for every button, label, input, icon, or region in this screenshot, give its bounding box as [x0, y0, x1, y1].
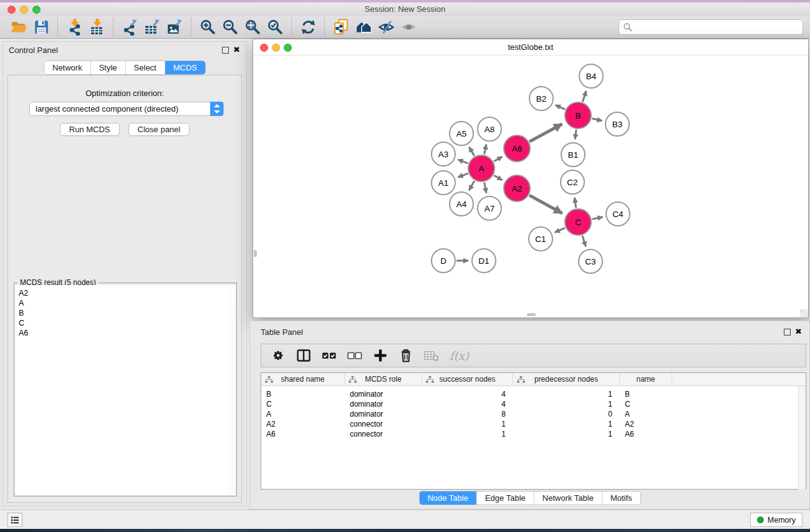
edge-C-C1[interactable]	[555, 228, 565, 232]
node-A7[interactable]: A7	[478, 196, 501, 220]
edge-B-B1[interactable]	[575, 130, 576, 139]
node-D1[interactable]: D1	[472, 249, 496, 273]
table-cell[interactable]: 0	[513, 409, 612, 419]
tab-select[interactable]: Select	[125, 61, 165, 74]
node-C1[interactable]: C1	[529, 227, 552, 251]
column-header-MCDS-role[interactable]: MCDS role	[345, 373, 422, 386]
table-cell[interactable]: 4	[422, 389, 506, 399]
network-minimize-button[interactable]	[272, 44, 280, 52]
network-canvas[interactable]: AA1A2A3A4A5A6A7A8BB1B2B3B4CC1C2C3C4DD1	[253, 56, 808, 317]
table-cell[interactable]: 1	[422, 419, 506, 429]
mcds-result-scrollbar[interactable]	[229, 285, 236, 495]
network-horizontal-scrollbar[interactable]	[527, 313, 536, 316]
zoom-window-button[interactable]	[32, 6, 41, 14]
select-none-icon[interactable]	[346, 347, 364, 364]
save-session-icon[interactable]	[32, 18, 51, 37]
node-A2[interactable]: A2	[504, 175, 530, 201]
table-cell[interactable]: 1	[422, 429, 506, 439]
table-cell[interactable]: A	[625, 409, 630, 419]
edge-A-A5[interactable]	[469, 147, 474, 156]
table-cell[interactable]: 1	[513, 419, 612, 429]
table-cell[interactable]: C	[625, 399, 630, 409]
table-cell[interactable]: 1	[513, 389, 612, 399]
memory-button[interactable]: Memory	[750, 513, 803, 527]
node-B1[interactable]: B1	[561, 143, 585, 167]
edge-C-C4[interactable]	[592, 217, 603, 219]
window-resize-grip[interactable]	[800, 309, 808, 317]
mcds-result-item[interactable]: C	[19, 318, 229, 328]
column-header-successor-nodes[interactable]: successor nodes	[422, 373, 513, 386]
edge-A-A6[interactable]	[494, 157, 502, 162]
add-column-icon[interactable]	[372, 347, 389, 364]
zoom-selected-icon[interactable]	[266, 18, 284, 37]
zoom-fit-icon[interactable]	[243, 18, 262, 37]
table-cell[interactable]: A6	[625, 429, 634, 439]
node-B2[interactable]: B2	[529, 87, 553, 110]
mcds-result-item[interactable]: A	[19, 298, 229, 308]
mcds-result-item[interactable]: B	[19, 308, 229, 318]
edge-A-A2[interactable]	[494, 175, 502, 180]
edge-A-A7[interactable]	[485, 183, 486, 193]
table-cell[interactable]: 1	[513, 399, 612, 409]
settings-icon[interactable]	[269, 347, 287, 364]
network-vertical-scrollbar[interactable]	[254, 250, 257, 257]
tab-network-table[interactable]: Network Table	[534, 491, 602, 505]
task-history-button[interactable]	[7, 513, 22, 527]
tab-node-table[interactable]: Node Table	[419, 491, 476, 505]
zoom-in-icon[interactable]	[198, 18, 217, 37]
split-columns-icon[interactable]	[295, 347, 312, 364]
table-cell[interactable]: dominator	[350, 399, 383, 409]
network-zoom-button[interactable]	[284, 44, 292, 52]
optimization-criterion-dropdown[interactable]: largest connected component (directed)	[29, 102, 224, 116]
node-A6[interactable]: A6	[504, 135, 530, 162]
table-cell[interactable]: A6	[266, 429, 276, 439]
node-A4[interactable]: A4	[450, 192, 473, 216]
edge-A-A8[interactable]	[485, 145, 486, 155]
search-input[interactable]	[619, 19, 803, 35]
tab-edge-table[interactable]: Edge Table	[476, 491, 534, 505]
table-cell[interactable]: dominator	[350, 409, 383, 419]
minimize-window-button[interactable]	[20, 6, 28, 14]
table-cell[interactable]: connector	[350, 419, 383, 429]
node-A[interactable]: A	[468, 155, 494, 181]
table-cell[interactable]: B	[266, 389, 271, 399]
edge-B-B4[interactable]	[582, 91, 586, 102]
node-C4[interactable]: C4	[606, 202, 630, 226]
zoom-out-icon[interactable]	[221, 18, 239, 37]
node-C3[interactable]: C3	[579, 249, 602, 273]
table-cell[interactable]: C	[266, 399, 272, 409]
edge-C-C2[interactable]	[575, 198, 576, 208]
edge-C-C3[interactable]	[582, 236, 586, 246]
table-cell[interactable]: A	[266, 409, 271, 419]
export-table-icon[interactable]	[143, 18, 162, 37]
edge-A-A4[interactable]	[469, 181, 475, 190]
edge-A-A1[interactable]	[458, 173, 468, 177]
tab-motifs[interactable]: Motifs	[602, 491, 640, 505]
close-panel-icon[interactable]: ✖	[233, 46, 240, 53]
float-panel-icon[interactable]	[222, 47, 229, 54]
mcds-result-item[interactable]: A2	[19, 288, 229, 298]
column-header-predecessor-nodes[interactable]: predecessor nodes	[513, 373, 620, 386]
table-cell[interactable]: A2	[625, 419, 634, 429]
import-table-icon[interactable]	[87, 18, 106, 37]
float-table-panel-icon[interactable]	[784, 329, 791, 336]
tab-mcds[interactable]: MCDS	[165, 61, 205, 74]
select-all-icon[interactable]	[321, 347, 338, 364]
table-cell[interactable]: A2	[266, 419, 276, 429]
close-window-button[interactable]	[7, 6, 16, 14]
table-scrollbar[interactable]	[798, 386, 806, 490]
network-close-button[interactable]	[260, 44, 268, 52]
table-cell[interactable]: 4	[422, 399, 506, 409]
import-network-icon[interactable]	[65, 18, 84, 37]
column-header-name[interactable]: name	[620, 373, 672, 386]
close-panel-button[interactable]: Close panel	[128, 123, 190, 136]
column-header-shared-name[interactable]: shared name	[261, 373, 345, 386]
node-B3[interactable]: B3	[605, 112, 629, 136]
node-A1[interactable]: A1	[432, 171, 455, 195]
edge-B-B3[interactable]	[592, 118, 602, 121]
edge-A2-C[interactable]	[529, 195, 562, 213]
node-C2[interactable]: C2	[561, 170, 584, 194]
export-network-icon[interactable]	[120, 18, 139, 37]
eye-slash-icon[interactable]	[377, 18, 395, 37]
edge-B-B2[interactable]	[556, 105, 565, 109]
